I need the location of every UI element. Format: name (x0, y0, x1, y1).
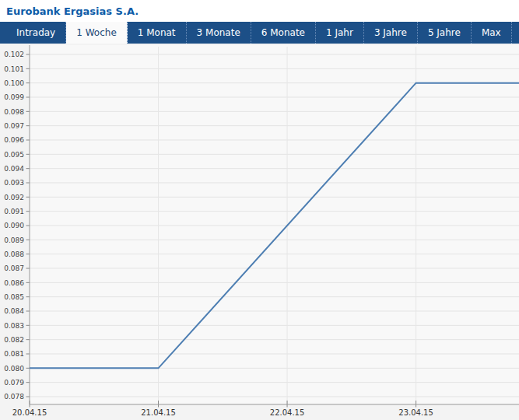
chart-canvas: 0.1020.1010.1000.0990.0980.0970.0960.095… (0, 44, 519, 420)
y-tick-label: 0.100 (4, 79, 24, 87)
x-tick-label: 20.04.15 (12, 408, 47, 417)
y-tick-label: 0.092 (4, 194, 24, 201)
y-tick-label: 0.083 (4, 322, 24, 330)
plot-area (30, 45, 519, 404)
y-tick-label: 0.081 (4, 350, 24, 358)
y-tick-label: 0.084 (4, 307, 24, 315)
y-tick-label: 0.095 (4, 151, 24, 159)
header: Eurobank Ergasias S.A. (0, 0, 519, 22)
y-tick-label: 0.085 (4, 293, 24, 301)
tab-1-jahr[interactable]: 1 Jahr (316, 22, 364, 44)
y-tick-label: 0.080 (4, 365, 24, 373)
tab-intraday[interactable]: Intraday (6, 22, 66, 44)
y-tick-label: 0.078 (4, 393, 24, 401)
tab-5-jahre[interactable]: 5 Jahre (418, 22, 472, 44)
y-tick-label: 0.094 (4, 165, 24, 173)
y-tick-label: 0.087 (4, 264, 24, 272)
tab-max[interactable]: Max (472, 22, 512, 44)
y-tick-label: 0.090 (4, 222, 24, 229)
tab-1-monat[interactable]: 1 Monat (128, 22, 187, 44)
price-chart: 0.1020.1010.1000.0990.0980.0970.0960.095… (0, 44, 519, 420)
y-tick-label: 0.091 (4, 208, 24, 215)
page-title: Eurobank Ergasias S.A. (0, 5, 139, 17)
y-tick-label: 0.089 (4, 236, 24, 244)
y-tick-label: 0.086 (4, 279, 24, 287)
x-tick-label: 21.04.15 (141, 408, 176, 417)
y-tick-label: 0.096 (4, 136, 24, 144)
y-tick-label: 0.079 (4, 379, 24, 387)
tab-1-woche[interactable]: 1 Woche (66, 22, 128, 44)
tab-3-jahre[interactable]: 3 Jahre (364, 22, 418, 44)
y-tick-label: 0.082 (4, 336, 24, 344)
x-tick-label: 22.04.15 (270, 408, 305, 417)
y-tick-label: 0.102 (4, 51, 24, 58)
y-tick-label: 0.099 (4, 93, 24, 101)
y-tick-label: 0.093 (4, 179, 24, 187)
period-tabbar: Intraday1 Woche1 Monat3 Monate6 Monate1 … (0, 22, 519, 44)
y-tick-label: 0.088 (4, 250, 24, 258)
tab-3-monate[interactable]: 3 Monate (187, 22, 251, 44)
tab-6-monate[interactable]: 6 Monate (251, 22, 316, 44)
y-tick-label: 0.101 (4, 65, 24, 73)
x-tick-label: 23.04.15 (398, 408, 433, 417)
y-tick-label: 0.097 (4, 122, 24, 130)
y-tick-label: 0.098 (4, 108, 24, 116)
